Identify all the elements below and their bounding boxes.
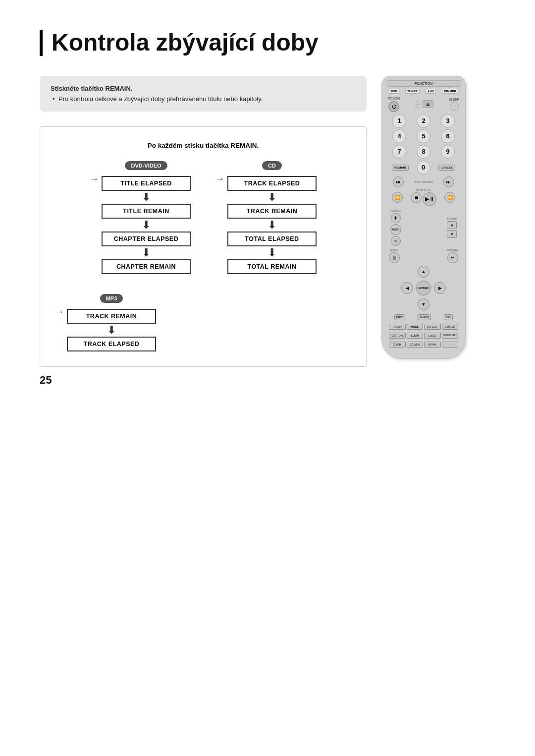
tuning-up-button[interactable]: ∧ [447, 221, 457, 229]
num-3[interactable]: 3 [441, 114, 455, 128]
diagram-title: Po každém stisku tlačítka REMAIN. [50, 142, 356, 149]
menu-return-row: MENU ||| RETURN ↩ [386, 249, 461, 263]
info-bold-text: Stiskněte tlačítko REMAIN. [51, 85, 132, 92]
logo-btn[interactable]: LOGO [424, 333, 441, 339]
dpad-right[interactable]: ▶ [434, 282, 446, 294]
return-button[interactable]: ↩ [447, 252, 458, 263]
dimmer-btn[interactable]: DIMMER [442, 89, 458, 94]
mp3-badge: MP3 [100, 294, 123, 303]
cancel-button[interactable]: CANCEL [438, 165, 455, 171]
rew-button[interactable]: ⏪ [392, 192, 403, 203]
prev-button[interactable]: ⏮ [393, 176, 404, 187]
mp3-arrow-1: ⬇ [107, 325, 116, 336]
cd-item-4: TOTAL REMAIN [227, 259, 317, 274]
num-5[interactable]: 5 [417, 129, 430, 143]
cd-item-2: TRACK REMAIN ⬇ [227, 204, 317, 232]
tuner2-btn[interactable]: TEST TONE [389, 333, 406, 339]
next-button[interactable]: ⏭ [443, 176, 454, 187]
num-7[interactable]: 7 [392, 145, 406, 159]
volume-section: VOLUME + MUTE − [390, 209, 401, 246]
num-0[interactable]: 0 [417, 161, 430, 174]
dvd-arrow-2: ⬇ [142, 220, 151, 231]
left-panel: Stiskněte tlačítko REMAIN. • Pro kontrol… [40, 76, 367, 367]
rel-button[interactable]: REL [444, 314, 453, 320]
play-label: PLAY [425, 189, 431, 192]
tuner-btn[interactable]: TUNER [405, 89, 420, 94]
dpad-up[interactable]: ▲ [418, 266, 429, 278]
dvd-btn[interactable]: DVD [389, 89, 399, 94]
step-repeat-section: STEP REPEAT [414, 180, 433, 183]
remote-panel: FUNCTION DVD TUNER AUX DIMMER POWER ⏻ [381, 76, 468, 367]
transport-row-1: ⏮ STEP REPEAT ⏭ [386, 176, 461, 187]
diagram-columns: → DVD-VIDEO TITLE ELAPSED ⬇ TITLE REMAIN [50, 161, 356, 274]
cd-column: → CD TRACK ELAPSED ⬇ TRACK REMAIN ⬇ [215, 161, 317, 274]
step-label: STEP [414, 180, 421, 183]
zoom-btn[interactable]: ZOOM [389, 342, 406, 348]
num-4[interactable]: 4 [392, 129, 406, 143]
play-pause-button[interactable]: ▶⏸ [423, 192, 436, 206]
num-2[interactable]: 2 [417, 114, 430, 128]
cd-arrow-1: ⬇ [268, 192, 276, 203]
num-9[interactable]: 9 [441, 145, 455, 159]
remain-button[interactable]: REMAIN [392, 165, 409, 171]
mp3-item-2: TRACK ELAPSED [67, 337, 156, 351]
audio-button[interactable]: AUDIO [418, 314, 431, 320]
play-row: ⏪ STOP PLAY ⏹ ▶⏸ ⏩ [386, 189, 461, 206]
dvd-box-3: CHAPTER ELAPSED [102, 232, 191, 246]
dvd-flow: DVD-VIDEO TITLE ELAPSED ⬇ TITLE REMAIN ⬇ [102, 161, 191, 274]
sound-edit-btn[interactable]: SOUND EDIT [442, 333, 459, 339]
dvd-box-4: CHAPTER REMAIN [102, 259, 191, 274]
dpad-enter[interactable]: ENTER [416, 281, 431, 295]
p-scan-btn[interactable]: P.SCAN [389, 324, 406, 330]
dvd-box-1: TITLE ELAPSED [102, 176, 191, 191]
dvd-item-4: CHAPTER REMAIN [102, 259, 191, 274]
effect-btn[interactable]: EFFECT [424, 324, 441, 330]
sleep-section: SLEEP [449, 98, 459, 111]
sleep-label: SLEEP [449, 98, 459, 101]
small-grid-3: ZOOM EZ VIEW NT/PAL [386, 341, 461, 349]
vol-plus-button[interactable]: + [391, 213, 401, 223]
slow-btn[interactable]: SLOW [407, 333, 424, 339]
cd-sequence: TRACK ELAPSED ⬇ TRACK REMAIN ⬇ TOTAL ELA… [227, 176, 317, 274]
content-area: Stiskněte tlačítko REMAIN. • Pro kontrol… [40, 76, 500, 367]
number-grid: 1 2 3 4 5 6 7 8 9 [386, 114, 461, 159]
num-6[interactable]: 6 [441, 129, 455, 143]
num-1[interactable]: 1 [392, 114, 406, 128]
sleep-button[interactable] [450, 102, 459, 111]
mp3-box-1: TRACK REMAIN [67, 309, 156, 324]
power-button[interactable]: ⏻ [388, 101, 399, 112]
info-bold: Stiskněte tlačítko REMAIN. [51, 85, 356, 92]
info-button[interactable]: INFO [394, 314, 405, 320]
menu-button[interactable]: ||| [389, 252, 400, 263]
dvd-box-2: TITLE REMAIN [102, 204, 191, 219]
vol-minus-button[interactable]: − [391, 236, 401, 246]
num-8[interactable]: 8 [417, 145, 430, 159]
info-audio-row: INFO AUDIO REL [386, 313, 461, 321]
remain-row: REMAIN 0 CANCEL [386, 161, 461, 174]
page-number: 25 [40, 374, 52, 387]
tuning-down-button[interactable]: ∨ [447, 230, 457, 238]
mute-button[interactable]: MUTE [390, 224, 401, 235]
dvd-arrow-3: ⬇ [142, 247, 151, 258]
mode-btn[interactable]: MODE [407, 324, 424, 330]
cd-arrow-2: ⬇ [268, 220, 276, 231]
volume-tuning: VOLUME + MUTE − TUNING ∧ ∨ [386, 208, 461, 247]
aux-btn[interactable]: AUX [426, 89, 436, 94]
mp3-flow: MP3 TRACK REMAIN ⬇ TRACK ELAPSED [67, 294, 156, 351]
dpad-left[interactable]: ◀ [401, 282, 413, 294]
dvd-item-2: TITLE REMAIN ⬇ [102, 204, 191, 232]
nt-pal-btn[interactable]: NT/PAL [424, 342, 441, 348]
eject-button[interactable]: ⏏ [423, 100, 433, 108]
ffw-button[interactable]: ⏩ [444, 192, 455, 203]
stop-play-section: STOP PLAY ⏹ ▶⏸ [411, 189, 436, 206]
dvd-item-1: TITLE ELAPSED ⬇ [102, 176, 191, 204]
stop-label: STOP [416, 189, 424, 192]
stop-button[interactable]: ⏹ [411, 192, 422, 203]
dspeed-btn[interactable]: DSPEED [442, 324, 459, 330]
repeat-label: REPEAT [422, 180, 433, 183]
dvd-sequence: TITLE ELAPSED ⬇ TITLE REMAIN ⬇ CHAPTER E… [102, 176, 191, 274]
ez-view-btn[interactable]: EZ VIEW [407, 342, 424, 348]
cd-box-1: TRACK ELAPSED [227, 176, 317, 191]
dpad-down[interactable]: ▼ [418, 298, 429, 310]
cd-badge: CD [262, 161, 282, 170]
